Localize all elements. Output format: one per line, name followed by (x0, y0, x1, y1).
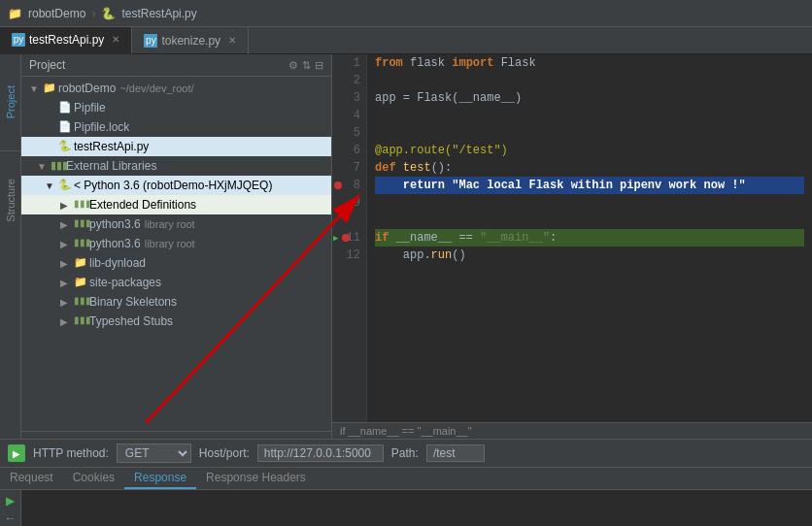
breadcrumb-file: testRestApi.py (121, 7, 196, 20)
code-text: __name__ == (389, 231, 480, 245)
rest-tab-request[interactable]: Request (0, 468, 63, 489)
tab-close-tokenize[interactable]: ✕ (228, 35, 236, 46)
tree-label-binaryskeletons: Binary Skeletons (89, 295, 177, 309)
tree-item-python36[interactable]: ▼ 🐍 < Python 3.6 (robotDemo-HXjMJQEQ) (21, 176, 331, 195)
tree-sub-libroot2: library root (145, 238, 195, 249)
tree-arrow: ▶ (60, 316, 74, 327)
line-num-3: 3 (332, 89, 360, 107)
str-main: "__main__" (480, 231, 550, 245)
tree-item-libdynload[interactable]: ▶ 📁 lib-dynload (21, 253, 331, 273)
bars-icon: ▮▮▮ (74, 217, 89, 231)
tree-arrow: ▶ (60, 297, 74, 308)
rest-host-input[interactable] (257, 444, 384, 462)
tree-label-extdefs: Extended Definitions (89, 198, 196, 212)
code-space (396, 161, 403, 175)
tab-testRestApi[interactable]: py testRestApi.py ✕ (0, 27, 132, 54)
rest-tab-response-headers[interactable]: Response Headers (196, 468, 316, 489)
code-space: flask (403, 56, 452, 70)
line-num-10 (332, 212, 360, 229)
tree-item-extdefs[interactable]: ▶ ▮▮▮ Extended Definitions (21, 195, 331, 214)
line-num-4: 4 (332, 107, 360, 124)
breakpoint-dot-2[interactable] (342, 234, 350, 242)
tree-item-typeshedstubs[interactable]: ▶ ▮▮▮ Typeshed Stubs (21, 312, 331, 331)
code-line-11: if __name__ == "__main__" : (375, 229, 804, 247)
bars-icon: ▮▮▮ (74, 198, 89, 212)
code-text: (): (431, 161, 453, 175)
tree-item-binaryskeletons[interactable]: ▶ ▮▮▮ Binary Skeletons (21, 292, 331, 312)
rest-path-input[interactable] (426, 444, 485, 462)
tab-label-tokenize: tokenize.py (161, 34, 220, 48)
bars-icon: ▮▮▮ (51, 159, 66, 173)
tree-label-python36: < Python 3.6 (robotDemo-HXjMJQEQ) (74, 179, 272, 192)
tree-item-root[interactable]: ▼ 📁 robotDemo ~/dev/dev_root/ (21, 79, 331, 98)
line-num-7: 7 (332, 159, 360, 177)
tree-label-extlibs: External Libraries (66, 159, 156, 173)
line-num-6: 6 (332, 142, 360, 159)
tree-item-pipfilelock[interactable]: 📄 Pipfile.lock (21, 117, 331, 137)
vtab-project[interactable]: Project (5, 85, 17, 118)
line-numbers: 1 2 3 4 5 6 7 8 9 ▶ 11 (332, 54, 367, 422)
tree-arrow: ▶ (60, 219, 74, 230)
rest-tabs: Request Cookies Response Response Header… (0, 468, 812, 490)
decorator: @app.route("/test") (375, 144, 508, 157)
sidebar-header-icons: ⚙ ⇅ ⊟ (288, 59, 323, 72)
sidebar-scrollbar[interactable] (21, 431, 331, 439)
tree-item-py36-lib1[interactable]: ▶ ▮▮▮ python3.6 library root (21, 214, 331, 234)
code-text: () (452, 248, 465, 262)
kw-return-hl: return (403, 179, 445, 192)
python-icon: 🐍 (58, 140, 74, 153)
tree-label-sitepackages: site-packages (89, 276, 161, 289)
file-icon: 📄 (58, 120, 74, 134)
rest-method-label: HTTP method: (33, 446, 109, 460)
line-num-1: 1 (332, 54, 360, 72)
rest-tab-cookies[interactable]: Cookies (63, 468, 124, 489)
tree-item-pipfile[interactable]: 📄 Pipfile (21, 98, 331, 117)
tree-arrow: ▶ (60, 278, 74, 288)
kw-def: def (375, 161, 396, 175)
tree-label-testrestapi: testRestApi.py (74, 140, 149, 153)
breakpoint-dot[interactable] (334, 181, 342, 189)
file-icon: 📄 (58, 101, 74, 115)
code-line-2 (375, 72, 804, 89)
bars-icon: ▮▮▮ (74, 295, 89, 309)
file-icon: 🐍 (101, 7, 116, 20)
tree-sub-libroot1: library root (145, 218, 195, 230)
rest-side-back-icon[interactable]: ← (5, 511, 17, 525)
code-line-5 (375, 124, 804, 142)
tree-item-extlibs[interactable]: ▼ ▮▮▮ External Libraries (21, 156, 331, 176)
code-text: app = Flask(__name__) (375, 91, 522, 105)
line-num-8: 8 (332, 177, 360, 194)
status-text: if __name__ == "__main__" (340, 425, 472, 437)
kw-if: if (375, 231, 389, 245)
code-line-10 (375, 212, 804, 229)
rest-side-icons: ▶ ← ≡ ⊞ (0, 490, 21, 526)
tree-item-testrestapi[interactable]: 🐍 testRestApi.py (21, 137, 331, 156)
tree-arrow: ▼ (45, 181, 58, 191)
code-editor[interactable]: from flask import Flask app = Flask(__na… (367, 54, 812, 422)
tree-item-sitepackages[interactable]: ▶ 📁 site-packages (21, 273, 331, 292)
breadcrumb-sep: › (91, 7, 95, 20)
code-line-4 (375, 107, 804, 124)
tree-label-robotdemo: robotDemo (58, 82, 116, 95)
breadcrumb-bar: 📁 robotDemo › 🐍 testRestApi.py (0, 0, 812, 27)
rest-host-label: Host/port: (199, 446, 250, 460)
rest-tab-response[interactable]: Response (124, 468, 196, 489)
project-icon: 📁 (8, 7, 22, 20)
tab-tokenize[interactable]: py tokenize.py ✕ (132, 27, 249, 54)
code-line-7: def test (): (375, 159, 804, 177)
code-line-1: from flask import Flask (375, 54, 804, 72)
rest-method-dropdown[interactable]: GET POST PUT DELETE (117, 444, 191, 463)
tab-close-testRestApi[interactable]: ✕ (112, 34, 119, 45)
sidebar-icon-collapse[interactable]: ⊟ (315, 59, 323, 72)
rest-side-play-icon[interactable]: ▶ (6, 494, 15, 508)
bars-icon: ▮▮▮ (74, 237, 89, 250)
rest-run-button[interactable]: ▶ (8, 444, 25, 462)
vtab-structure[interactable]: Structure (5, 179, 17, 222)
tree-item-py36-lib2[interactable]: ▶ ▮▮▮ python3.6 library root (21, 234, 331, 253)
sidebar-icon-settings[interactable]: ⚙ (288, 59, 298, 72)
code-text-hl (445, 179, 452, 192)
rest-content-area: ▶ ← ≡ ⊞ (0, 490, 812, 526)
editor-area: 1 2 3 4 5 6 7 8 9 ▶ 11 (332, 54, 812, 439)
sidebar-icon-sort[interactable]: ⇅ (302, 59, 311, 72)
rest-response-content (21, 490, 812, 526)
